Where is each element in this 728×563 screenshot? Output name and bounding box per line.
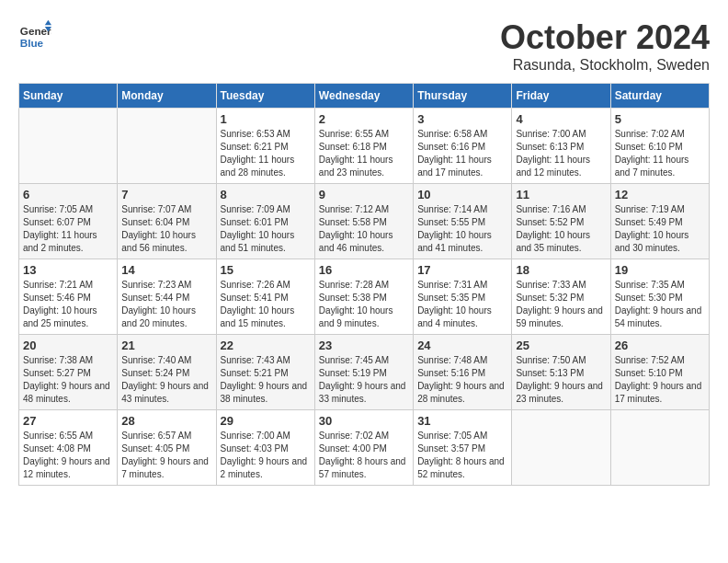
daylight-text: Daylight: 8 hours and 52 minutes.: [417, 455, 507, 481]
sunrise-text: Sunrise: 7:26 AM: [221, 279, 311, 292]
daylight-text: Daylight: 10 hours and 20 minutes.: [121, 304, 211, 330]
title-area: October 2024 Rasunda, Stockholm, Sweden: [500, 18, 710, 74]
sunrise-text: Sunrise: 6:55 AM: [319, 128, 409, 141]
daylight-text: Daylight: 9 hours and 17 minutes.: [615, 380, 705, 406]
cell-day-number: 12: [615, 188, 705, 201]
cell-info: Sunrise: 7:02 AMSunset: 6:10 PMDaylight:…: [615, 128, 705, 179]
daylight-text: Daylight: 11 hours and 12 minutes.: [516, 154, 606, 179]
cell-day-number: 6: [23, 188, 113, 201]
sunset-text: Sunset: 6:13 PM: [516, 141, 606, 154]
logo: General Blue: [18, 18, 51, 52]
sunrise-text: Sunrise: 6:58 AM: [417, 128, 507, 141]
sunset-text: Sunset: 5:41 PM: [221, 292, 311, 304]
daylight-text: Daylight: 9 hours and 59 minutes.: [516, 304, 606, 330]
cell-info: Sunrise: 6:55 AMSunset: 6:18 PMDaylight:…: [319, 128, 409, 179]
sunrise-text: Sunrise: 7:07 AM: [121, 203, 211, 216]
daylight-text: Daylight: 10 hours and 15 minutes.: [221, 304, 311, 330]
cell-day-number: 29: [221, 414, 311, 428]
daylight-text: Daylight: 11 hours and 2 minutes.: [23, 229, 113, 255]
cell-day-number: 5: [615, 112, 705, 126]
cell-day-number: 28: [121, 414, 211, 428]
cell-info: Sunrise: 7:45 AMSunset: 5:19 PMDaylight:…: [319, 354, 409, 406]
cell-info: Sunrise: 7:33 AMSunset: 5:32 PMDaylight:…: [516, 279, 606, 330]
svg-marker-2: [45, 20, 51, 25]
cell-day-number: 19: [615, 263, 705, 277]
cell-info: Sunrise: 7:23 AMSunset: 5:44 PMDaylight:…: [121, 279, 211, 330]
calendar-cell: 21Sunrise: 7:40 AMSunset: 5:24 PMDayligh…: [118, 335, 216, 410]
cell-day-number: 27: [23, 414, 113, 428]
calendar-cell: [512, 410, 610, 486]
cell-info: Sunrise: 7:31 AMSunset: 5:35 PMDaylight:…: [417, 279, 507, 330]
cell-info: Sunrise: 7:26 AMSunset: 5:41 PMDaylight:…: [221, 279, 311, 330]
calendar-cell: 26Sunrise: 7:52 AMSunset: 5:10 PMDayligh…: [610, 335, 709, 410]
sunrise-text: Sunrise: 7:02 AM: [319, 430, 409, 442]
sunrise-text: Sunrise: 7:21 AM: [23, 279, 113, 292]
sunrise-text: Sunrise: 7:12 AM: [319, 203, 409, 216]
cell-info: Sunrise: 7:00 AMSunset: 4:03 PMDaylight:…: [221, 430, 311, 481]
calendar-cell: 15Sunrise: 7:26 AMSunset: 5:41 PMDayligh…: [216, 259, 314, 335]
sunset-text: Sunset: 5:32 PM: [516, 292, 606, 304]
sunset-text: Sunset: 5:16 PM: [417, 367, 507, 380]
cell-day-number: 25: [516, 339, 606, 352]
cell-day-number: 9: [319, 188, 409, 201]
sunrise-text: Sunrise: 6:53 AM: [221, 128, 311, 141]
sunrise-text: Sunrise: 7:35 AM: [615, 279, 705, 292]
sunset-text: Sunset: 5:13 PM: [516, 367, 606, 380]
cell-info: Sunrise: 7:40 AMSunset: 5:24 PMDaylight:…: [121, 354, 211, 406]
svg-text:Blue: Blue: [20, 37, 44, 49]
cell-day-number: 21: [121, 339, 211, 352]
calendar-cell: 5Sunrise: 7:02 AMSunset: 6:10 PMDaylight…: [610, 109, 709, 184]
sunset-text: Sunset: 4:00 PM: [319, 442, 409, 455]
calendar-cell: 14Sunrise: 7:23 AMSunset: 5:44 PMDayligh…: [118, 259, 216, 335]
sunrise-text: Sunrise: 7:33 AM: [516, 279, 606, 292]
daylight-text: Daylight: 10 hours and 46 minutes.: [319, 229, 409, 255]
calendar-cell: 19Sunrise: 7:35 AMSunset: 5:30 PMDayligh…: [610, 259, 709, 335]
cell-info: Sunrise: 7:19 AMSunset: 5:49 PMDaylight:…: [615, 203, 705, 255]
daylight-text: Daylight: 9 hours and 23 minutes.: [516, 380, 606, 406]
cell-info: Sunrise: 7:02 AMSunset: 4:00 PMDaylight:…: [319, 430, 409, 481]
cell-day-number: 18: [516, 263, 606, 277]
cell-day-number: 4: [516, 112, 606, 126]
sunset-text: Sunset: 5:30 PM: [615, 292, 705, 304]
sunrise-text: Sunrise: 7:05 AM: [417, 430, 507, 442]
calendar-week-row: 27Sunrise: 6:55 AMSunset: 4:08 PMDayligh…: [19, 410, 710, 486]
cell-day-number: 15: [221, 263, 311, 277]
calendar-week-row: 1Sunrise: 6:53 AMSunset: 6:21 PMDaylight…: [19, 109, 710, 184]
daylight-text: Daylight: 9 hours and 33 minutes.: [319, 380, 409, 406]
sunset-text: Sunset: 3:57 PM: [417, 442, 507, 455]
cell-info: Sunrise: 7:48 AMSunset: 5:16 PMDaylight:…: [417, 354, 507, 406]
cell-info: Sunrise: 7:07 AMSunset: 6:04 PMDaylight:…: [121, 203, 211, 255]
cell-day-number: 2: [319, 112, 409, 126]
cell-day-number: 10: [417, 188, 507, 201]
sunset-text: Sunset: 4:05 PM: [121, 442, 211, 455]
cell-day-number: 24: [417, 339, 507, 352]
weekday-row: SundayMondayTuesdayWednesdayThursdayFrid…: [19, 84, 710, 109]
sunset-text: Sunset: 5:19 PM: [319, 367, 409, 380]
svg-text:General: General: [20, 25, 51, 37]
cell-info: Sunrise: 7:35 AMSunset: 5:30 PMDaylight:…: [615, 279, 705, 330]
cell-day-number: 11: [516, 188, 606, 201]
daylight-text: Daylight: 11 hours and 7 minutes.: [615, 154, 705, 179]
cell-day-number: 30: [319, 414, 409, 428]
sunrise-text: Sunrise: 7:38 AM: [23, 354, 113, 367]
sunset-text: Sunset: 6:21 PM: [221, 141, 311, 154]
daylight-text: Daylight: 10 hours and 35 minutes.: [516, 229, 606, 255]
weekday-header: Thursday: [414, 84, 512, 109]
calendar-table: SundayMondayTuesdayWednesdayThursdayFrid…: [18, 83, 710, 486]
sunrise-text: Sunrise: 7:14 AM: [417, 203, 507, 216]
sunset-text: Sunset: 6:16 PM: [417, 141, 507, 154]
daylight-text: Daylight: 9 hours and 2 minutes.: [221, 455, 311, 481]
calendar-cell: [610, 410, 709, 486]
weekday-header: Sunday: [19, 84, 118, 109]
sunset-text: Sunset: 5:46 PM: [23, 292, 113, 304]
calendar-cell: 16Sunrise: 7:28 AMSunset: 5:38 PMDayligh…: [314, 259, 413, 335]
cell-info: Sunrise: 6:58 AMSunset: 6:16 PMDaylight:…: [417, 128, 507, 179]
calendar-cell: 29Sunrise: 7:00 AMSunset: 4:03 PMDayligh…: [216, 410, 314, 486]
calendar-cell: 27Sunrise: 6:55 AMSunset: 4:08 PMDayligh…: [19, 410, 118, 486]
daylight-text: Daylight: 10 hours and 56 minutes.: [121, 229, 211, 255]
weekday-header: Monday: [118, 84, 216, 109]
calendar-cell: [118, 109, 216, 184]
sunset-text: Sunset: 5:21 PM: [221, 367, 311, 380]
daylight-text: Daylight: 9 hours and 43 minutes.: [121, 380, 211, 406]
sunset-text: Sunset: 4:08 PM: [23, 442, 113, 455]
